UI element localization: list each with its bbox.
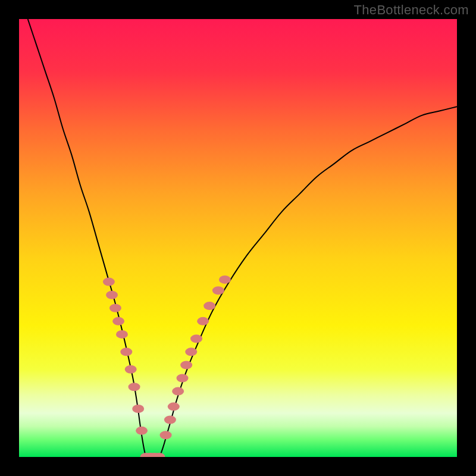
data-marker bbox=[106, 291, 118, 299]
data-marker bbox=[112, 317, 124, 325]
data-marker bbox=[109, 304, 121, 312]
data-marker bbox=[160, 431, 172, 439]
data-marker bbox=[172, 387, 184, 396]
data-marker bbox=[136, 427, 148, 435]
data-marker bbox=[103, 278, 115, 286]
data-marker bbox=[129, 383, 140, 391]
data-marker bbox=[212, 286, 224, 295]
data-marker bbox=[185, 347, 197, 356]
data-marker bbox=[168, 402, 180, 411]
data-marker bbox=[177, 374, 189, 383]
curve-overlay bbox=[19, 19, 457, 457]
plot-area bbox=[19, 19, 457, 457]
data-marker bbox=[190, 334, 202, 343]
chart-container: TheBottleneck.com bbox=[0, 0, 476, 476]
data-marker bbox=[120, 347, 132, 356]
data-marker bbox=[116, 330, 128, 339]
data-marker bbox=[132, 405, 144, 413]
data-marker bbox=[203, 302, 215, 310]
watermark-text: TheBottleneck.com bbox=[354, 2, 469, 18]
data-marker bbox=[164, 415, 176, 424]
data-marker bbox=[180, 361, 192, 369]
bottleneck-curve bbox=[28, 19, 457, 457]
data-marker bbox=[219, 275, 231, 284]
data-markers bbox=[103, 275, 231, 457]
data-marker bbox=[125, 365, 137, 374]
data-marker bbox=[197, 317, 209, 325]
